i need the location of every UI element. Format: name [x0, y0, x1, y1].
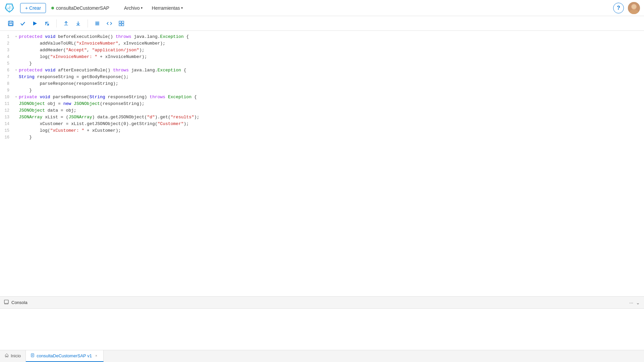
code-line: 11 JSONObject obj = new JSONObject(respo…	[0, 101, 644, 107]
line-number: 2	[3, 40, 13, 47]
console-body[interactable]	[0, 309, 644, 350]
code-line: 13 JSONArray xList = (JSONArray) data.ge…	[0, 114, 644, 121]
svg-rect-6	[9, 23, 12, 25]
nav-right: ?	[613, 2, 640, 14]
console-more-button[interactable]: ···	[629, 300, 633, 305]
toolbar-divider-2	[88, 19, 88, 27]
code-line: 6▾protected void afterExecutionRule() th…	[0, 67, 644, 74]
export-button[interactable]	[42, 18, 52, 29]
code-line: 16 }	[0, 134, 644, 141]
line-code[interactable]: }	[19, 87, 641, 94]
doc-name-label: consultaDeCustomerSAP	[56, 5, 109, 11]
line-code[interactable]: log("xInvoiceNumber: " + xInvoiceNumber)…	[19, 54, 641, 60]
line-code[interactable]: }	[19, 134, 641, 141]
line-code[interactable]: protected void afterExecutionRule() thro…	[19, 67, 641, 74]
code-line: 15 log("xCustomer: " + xCustomer);	[0, 127, 644, 134]
line-code[interactable]: xCustomer = xList.getJSONObject(0).getSt…	[19, 121, 641, 127]
code-line: 4 log("xInvoiceNumber: " + xInvoiceNumbe…	[0, 54, 644, 60]
line-code[interactable]: String responseString = getBodyResponse(…	[19, 74, 641, 80]
menu-herramientas[interactable]: Herramientas ▾	[148, 3, 187, 13]
tab-file[interactable]: consultaDeCustomerSAP v1 ×	[26, 350, 104, 362]
avatar[interactable]	[628, 2, 640, 14]
line-code[interactable]: log("xCustomer: " + xCustomer);	[19, 127, 641, 134]
save-button[interactable]	[5, 18, 16, 29]
tab-home-label: Inicio	[11, 353, 21, 358]
line-code[interactable]: JSONObject obj = new JSONObject(response…	[19, 101, 641, 107]
line-number: 5	[3, 60, 13, 67]
line-code[interactable]: JSONArray xList = (JSONArray) data.getJS…	[19, 114, 641, 121]
help-button[interactable]: ?	[613, 3, 624, 13]
line-code[interactable]: addValueToURL("xInvoiceNumber", xInvoice…	[19, 40, 641, 47]
code-line: 7 String responseString = getBodyRespons…	[0, 74, 644, 80]
line-number: 11	[3, 101, 13, 107]
line-code[interactable]: }	[19, 60, 641, 67]
console-header: Consola ··· ⌄	[0, 297, 644, 309]
chevron-down-icon: ▾	[141, 6, 143, 10]
check-button[interactable]	[17, 18, 28, 29]
tab-close-button[interactable]: ×	[94, 354, 99, 358]
logo-icon[interactable]	[4, 3, 15, 13]
code-line: 5 }	[0, 60, 644, 67]
svg-rect-12	[95, 23, 99, 24]
code-editor[interactable]: 1▾protected void beforeExecutionRule() t…	[0, 31, 644, 296]
download-button[interactable]	[73, 18, 84, 29]
tab-home[interactable]: Inicio	[0, 350, 26, 362]
line-fold-icon[interactable]: ▾	[13, 67, 19, 74]
svg-marker-7	[33, 21, 37, 25]
tab-bar: Inicio consultaDeCustomerSAP v1 ×	[0, 350, 644, 362]
doc-status-dot	[51, 7, 54, 9]
code-line: 2 addValueToURL("xInvoiceNumber", xInvoi…	[0, 40, 644, 47]
code-line: 9 }	[0, 87, 644, 94]
svg-rect-11	[95, 22, 99, 22]
line-fold-icon[interactable]: ▾	[13, 34, 19, 40]
code-line: 1▾protected void beforeExecutionRule() t…	[0, 34, 644, 40]
nav-menu: Archivo ▾ Herramientas ▾	[120, 3, 187, 13]
svg-rect-10	[76, 25, 80, 26]
svg-rect-14	[119, 21, 121, 23]
line-code[interactable]: protected void beforeExecutionRule() thr…	[19, 34, 641, 40]
line-number: 9	[3, 87, 13, 94]
line-fold-icon[interactable]: ▾	[13, 94, 19, 101]
line-code[interactable]: JSONObject data = obj;	[19, 107, 641, 114]
toolbar	[0, 16, 644, 31]
line-code[interactable]: private void parseResponse(String respon…	[19, 94, 641, 101]
svg-point-3	[632, 5, 636, 9]
run-button[interactable]	[30, 18, 40, 29]
upload-button[interactable]	[61, 18, 71, 29]
menu-archivo[interactable]: Archivo ▾	[120, 3, 147, 13]
line-code[interactable]: parseResponse(responseString);	[19, 80, 641, 87]
code-editor-container[interactable]: 1▾protected void beforeExecutionRule() t…	[0, 31, 644, 296]
code-line: 14 xCustomer = xList.getJSONObject(0).ge…	[0, 121, 644, 127]
svg-rect-13	[95, 24, 99, 25]
navbar: + Crear consultaDeCustomerSAP Archivo ▾ …	[0, 0, 644, 16]
svg-marker-19	[5, 354, 8, 357]
code-line: 10▾private void parseResponse(String res…	[0, 94, 644, 101]
code-line: 8 parseResponse(responseString);	[0, 80, 644, 87]
svg-rect-15	[122, 21, 124, 23]
line-number: 8	[3, 80, 13, 87]
code-line: 3 addHeader("Accept", "application/json"…	[0, 47, 644, 54]
grid-button[interactable]	[116, 18, 127, 29]
file-icon	[31, 353, 35, 358]
create-button[interactable]: + Crear	[20, 3, 46, 13]
console-icon	[4, 300, 9, 305]
code-line: 12 JSONObject data = obj;	[0, 107, 644, 114]
console-panel: Consola ··· ⌄	[0, 296, 644, 350]
console-title: Consola	[11, 300, 627, 305]
line-number: 15	[3, 127, 13, 134]
svg-rect-18	[4, 300, 8, 303]
doc-name-container: consultaDeCustomerSAP	[51, 5, 109, 11]
line-number: 4	[3, 54, 13, 60]
line-code[interactable]: addHeader("Accept", "application/json");	[19, 47, 641, 54]
settings-button[interactable]	[92, 18, 103, 29]
home-icon	[5, 353, 9, 358]
code-button[interactable]	[104, 18, 115, 29]
line-number: 12	[3, 107, 13, 114]
chevron-down-icon: ▾	[181, 6, 183, 10]
console-expand-button[interactable]: ⌄	[636, 300, 640, 305]
svg-line-8	[46, 22, 49, 25]
toolbar-divider-1	[56, 19, 57, 27]
tab-file-label: consultaDeCustomerSAP v1	[37, 353, 92, 358]
line-number: 10	[3, 94, 13, 101]
line-number: 7	[3, 74, 13, 80]
